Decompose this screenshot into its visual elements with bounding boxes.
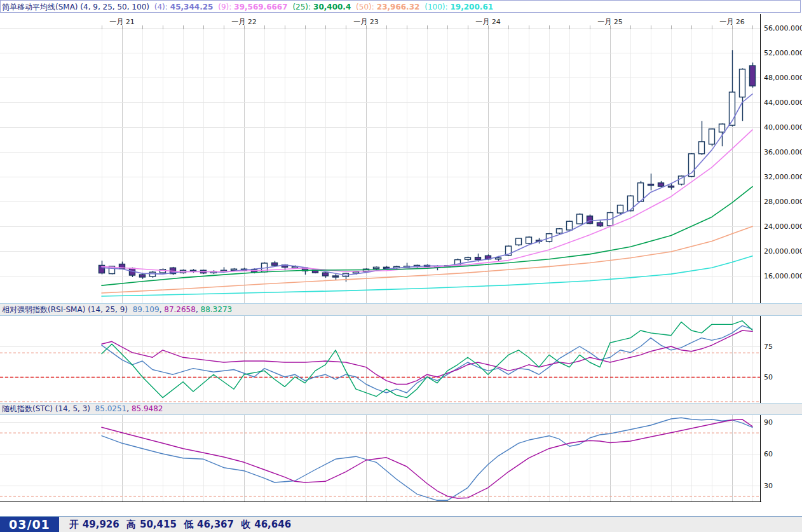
low-value: 46,367 (197, 519, 234, 530)
svg-text:36,000.0000: 36,000.0000 (764, 148, 802, 156)
svg-text:32,000.0000: 32,000.0000 (764, 173, 802, 181)
svg-text:28,000.0000: 28,000.0000 (764, 198, 802, 206)
stc-d-value: 85.9482 (132, 404, 163, 413)
rsi-title: 相对强弱指数(RSI-SMA) (14, 25, 9) (2, 305, 128, 314)
sma100-label: (100): (425, 3, 447, 11)
sma-indicator-header: 简单移动平均线(SMA) (4, 9, 25, 50, 100) (4):45,… (0, 0, 801, 13)
svg-text:44,000.0000: 44,000.0000 (764, 99, 802, 107)
sma9-label: (9): (218, 3, 231, 11)
svg-text:30: 30 (764, 482, 773, 490)
rsi9-value: 88.3273 (201, 305, 233, 314)
stc-indicator-header: 随机指数(STC) (14, 5, 3) 85.0251, 85.9482 (0, 403, 802, 415)
high-value: 50,415 (140, 519, 177, 530)
svg-text:16,000.0000: 16,000.0000 (764, 272, 802, 280)
low-label: 低 (184, 519, 193, 530)
sma4-label: (4): (154, 3, 168, 11)
sma4-value: 45,344.25 (170, 3, 214, 11)
open-label: 开 (69, 519, 79, 530)
sma100-value: 19,200.61 (451, 3, 494, 11)
stc-k-value: 85.0251 (95, 404, 127, 413)
svg-text:24,000.0000: 24,000.0000 (764, 222, 802, 231)
stc-separator: , (126, 404, 132, 413)
close-label: 收 (241, 519, 250, 530)
svg-text:50: 50 (764, 373, 773, 381)
rsi25-value: 87.2658 (164, 305, 196, 314)
stc-title: 随机指数(STC) (14, 5, 3) (2, 404, 90, 413)
sma25-value: 30,400.4 (313, 3, 351, 11)
high-label: 高 (126, 519, 136, 530)
svg-text:48,000.0000: 48,000.0000 (764, 74, 802, 82)
rsi-plot[interactable] (0, 316, 760, 402)
sma-title: 简单移动平均线(SMA) (4, 9, 25, 50, 100) (2, 3, 149, 11)
sma25-label: (25): (292, 3, 311, 11)
status-bar: 03/01 开49,926 高50,415 低46,367 收46,646 (0, 516, 802, 532)
open-value: 49,926 (83, 519, 119, 530)
rsi-indicator-header: 相对强弱指数(RSI-SMA) (14, 25, 9) 89.109, 87.2… (0, 303, 802, 316)
stc-plot[interactable] (0, 415, 760, 501)
svg-text:90: 90 (764, 418, 773, 426)
svg-text:52,000.0000: 52,000.0000 (764, 49, 802, 57)
trading-chart-page: { "colors": { "sma4": "#7878d2", "sma9":… (0, 0, 802, 532)
sma9-value: 39,569.6667 (234, 3, 287, 11)
rsi-separator-2: , (196, 305, 201, 314)
svg-text:75: 75 (764, 343, 773, 351)
svg-text:56,000.0000: 56,000.0000 (764, 24, 802, 32)
svg-text:20,000.0000: 20,000.0000 (764, 247, 802, 256)
rsi14-value: 89.109 (133, 305, 160, 314)
date-badge: 03/01 (0, 517, 59, 532)
sma50-label: (50): (356, 3, 374, 11)
sma50-value: 23,966.32 (377, 3, 420, 11)
svg-text:40,000.0000: 40,000.0000 (764, 123, 802, 132)
svg-text:60: 60 (764, 450, 773, 458)
close-value: 46,646 (254, 519, 291, 530)
ohlc-readout: 开49,926 高50,415 低46,367 收46,646 (69, 519, 295, 531)
main-chart-plot[interactable] (0, 14, 760, 303)
